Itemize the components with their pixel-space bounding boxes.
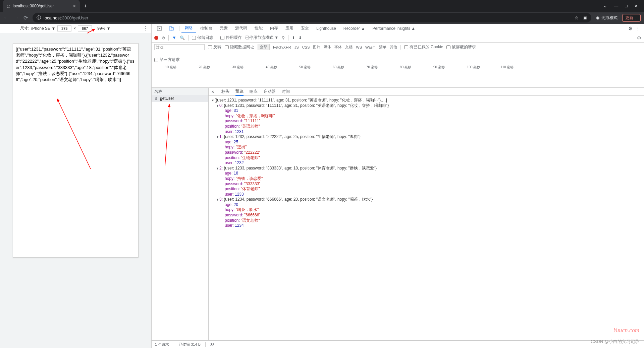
network-filters: 反转 隐藏数据网址 全部 Fetch/XHR JS CSS 图片 媒体 字体 文… bbox=[152, 43, 644, 64]
filter-type[interactable]: Wasm bbox=[365, 45, 376, 49]
svg-rect-4 bbox=[171, 27, 173, 30]
blocked-requests-checkbox[interactable]: 被屏蔽的请求 bbox=[446, 44, 476, 50]
device-toolbar: 尺寸: iPhone SE ▼ × 99% ▼ ⋮ bbox=[0, 24, 151, 33]
wifi-icon[interactable]: ⚲ bbox=[282, 36, 285, 40]
devtools-tab[interactable]: 应用 bbox=[282, 24, 297, 33]
page-content: [{"user":1231,"password":"111111","age":… bbox=[13, 43, 139, 258]
url-path: :3000/getUser bbox=[61, 15, 88, 20]
address-bar[interactable]: ⓘ localhost:3000/getUser ☆ ▣ bbox=[33, 13, 591, 22]
browser-navbar: ← → ⟳ ⓘ localhost:3000/getUser ☆ ▣ ◉ 无痕模… bbox=[0, 12, 644, 24]
star-icon[interactable]: ☆ bbox=[575, 15, 579, 20]
filter-icon[interactable]: ▼ bbox=[172, 35, 176, 40]
request-list-header: 名称 bbox=[152, 88, 208, 95]
device-select[interactable]: iPhone SE ▼ bbox=[31, 26, 55, 31]
filter-type[interactable]: 图片 bbox=[313, 45, 320, 50]
devtools-tab[interactable]: 源代码 bbox=[232, 24, 251, 33]
inspect-icon[interactable] bbox=[154, 24, 165, 33]
extension-icon[interactable]: ▣ bbox=[583, 15, 587, 20]
filter-type[interactable]: WS bbox=[356, 45, 362, 49]
filter-type[interactable]: 文档 bbox=[345, 45, 353, 50]
incognito-icon: ◉ bbox=[596, 15, 599, 20]
csdn-attribution: CSDN @小白的实习记录 bbox=[591, 339, 639, 345]
tab-preview[interactable]: 预览 bbox=[235, 88, 244, 96]
blocked-cookies-checkbox[interactable]: 有已拦截的 Cookie bbox=[404, 44, 443, 50]
globe-icon: ◌ bbox=[7, 4, 10, 8]
devtools-tab[interactable]: Performance insights ▲ bbox=[369, 24, 419, 33]
url-host: localhost bbox=[44, 15, 61, 20]
status-transferred: 已传输 314 B bbox=[179, 342, 201, 347]
download-icon[interactable]: ⬇ bbox=[299, 36, 302, 40]
request-item[interactable]: 🗎 getUser bbox=[152, 95, 208, 102]
search-icon[interactable]: 🔍 bbox=[180, 36, 185, 40]
device-pane: 尺寸: iPhone SE ▼ × 99% ▼ ⋮ [{"user":1231,… bbox=[0, 24, 152, 348]
forward-icon[interactable]: → bbox=[13, 15, 19, 21]
network-statusbar: 1 个请求 已传输 314 B 38 bbox=[152, 341, 644, 348]
annotation-arrow-icon bbox=[163, 102, 177, 169]
maximize-icon[interactable]: □ bbox=[625, 3, 628, 8]
filter-type[interactable]: 字体 bbox=[334, 45, 342, 50]
back-icon[interactable]: ← bbox=[3, 15, 9, 21]
incognito-badge[interactable]: ◉ 无痕模式 bbox=[596, 15, 618, 21]
tab-response[interactable]: 响应 bbox=[250, 89, 258, 94]
kebab-icon[interactable]: ⋮ bbox=[636, 26, 640, 31]
devtools-tab[interactable]: Recorder ▲ bbox=[340, 24, 369, 33]
filter-type[interactable]: 其他 bbox=[390, 45, 397, 50]
detail-tabs: × 标头 预览 响应 启动器 时间 bbox=[209, 88, 644, 96]
tab-headers[interactable]: 标头 bbox=[221, 89, 229, 94]
network-toolbar: ⊘ ▼ 🔍 保留日志 停用缓存 已停用节流模式 ▼ ⚲ ⬆ ⬇ ⚙ bbox=[152, 33, 644, 43]
throttle-select[interactable]: 已停用节流模式 ▼ bbox=[245, 35, 278, 41]
devtools-tab[interactable]: 网络 bbox=[181, 24, 196, 33]
height-input[interactable] bbox=[78, 25, 92, 31]
invert-checkbox[interactable]: 反转 bbox=[208, 44, 221, 50]
third-party-checkbox[interactable]: 第三方请求 bbox=[154, 57, 180, 63]
filter-type[interactable]: JS bbox=[294, 45, 299, 49]
devtools-panel: 网络控制台元素源代码性能内存应用安全LighthouseRecorder ▲Pe… bbox=[152, 24, 644, 348]
tab-timing[interactable]: 时间 bbox=[282, 89, 290, 94]
network-timeline[interactable]: 10 毫秒20 毫秒30 毫秒40 毫秒50 毫秒60 毫秒70 毫秒80 毫秒… bbox=[152, 64, 644, 88]
filter-type[interactable]: CSS bbox=[302, 45, 310, 49]
tab-title: localhost:3000/getUser bbox=[13, 4, 54, 8]
reload-icon[interactable]: ⟳ bbox=[23, 15, 28, 21]
response-preview[interactable]: ▼[{user: 1231, password: "111111", age: … bbox=[209, 96, 644, 340]
request-list: 名称 🗎 getUser bbox=[152, 88, 209, 340]
device-toggle-icon[interactable] bbox=[166, 24, 177, 33]
width-input[interactable] bbox=[57, 25, 71, 31]
filter-all[interactable]: 全部 bbox=[258, 44, 270, 50]
file-icon: 🗎 bbox=[154, 96, 158, 100]
filter-type[interactable]: 媒体 bbox=[324, 45, 331, 50]
status-resources: 38 bbox=[210, 343, 214, 347]
devtools-tab[interactable]: 控制台 bbox=[197, 24, 216, 33]
hide-data-urls-checkbox[interactable]: 隐藏数据网址 bbox=[225, 44, 254, 50]
devtools-tabs: 网络控制台元素源代码性能内存应用安全LighthouseRecorder ▲Pe… bbox=[152, 24, 644, 33]
gear-icon[interactable]: ⚙ bbox=[637, 35, 641, 41]
close-icon[interactable]: × bbox=[73, 3, 76, 9]
devtools-tab[interactable]: 性能 bbox=[251, 24, 266, 33]
browser-tab[interactable]: ◌ localhost:3000/getUser × bbox=[3, 0, 80, 12]
zoom-select[interactable]: 99% ▼ bbox=[97, 26, 110, 31]
close-icon[interactable]: × bbox=[211, 89, 215, 94]
clear-icon[interactable]: ⊘ bbox=[162, 36, 165, 40]
devtools-tab[interactable]: Lighthouse bbox=[313, 24, 339, 33]
gear-icon[interactable]: ⚙ bbox=[628, 26, 633, 31]
devtools-tab[interactable]: 安全 bbox=[298, 24, 312, 33]
preserve-log-checkbox[interactable]: 保留日志 bbox=[192, 35, 213, 41]
filter-input[interactable] bbox=[154, 44, 205, 50]
window-close-icon[interactable]: ✕ bbox=[634, 3, 638, 8]
filter-type[interactable]: 清单 bbox=[379, 45, 386, 50]
new-tab-button[interactable]: + bbox=[80, 3, 91, 9]
filter-type[interactable]: Fetch/XHR bbox=[273, 45, 291, 49]
record-icon[interactable] bbox=[154, 36, 158, 40]
status-requests: 1 个请求 bbox=[155, 342, 169, 347]
update-button[interactable]: 更新 ⋮ bbox=[622, 14, 641, 22]
devtools-tab[interactable]: 内存 bbox=[267, 24, 281, 33]
upload-icon[interactable]: ⬆ bbox=[292, 36, 295, 40]
size-label: 尺寸: bbox=[20, 25, 29, 31]
minimize-icon[interactable]: ― bbox=[614, 3, 618, 8]
window-titlebar: ◌ localhost:3000/getUser × + ⌄ ― □ ✕ bbox=[0, 0, 644, 12]
tab-initiator[interactable]: 启动器 bbox=[264, 89, 276, 94]
info-icon[interactable]: ⓘ bbox=[37, 15, 41, 21]
chevron-down-icon[interactable]: ⌄ bbox=[603, 3, 607, 8]
devtools-tab[interactable]: 元素 bbox=[216, 24, 231, 33]
disable-cache-checkbox[interactable]: 停用缓存 bbox=[220, 35, 242, 41]
kebab-icon[interactable]: ⋮ bbox=[143, 25, 151, 31]
